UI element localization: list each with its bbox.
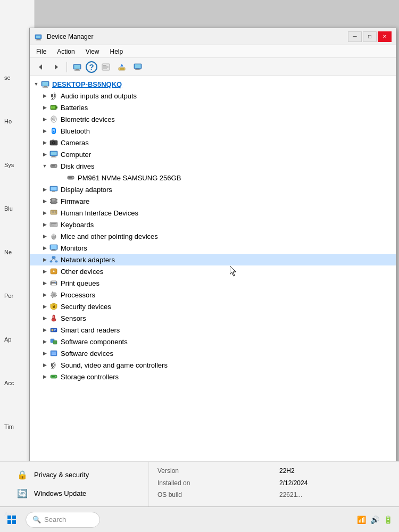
print-expand-arrow[interactable]: ▶ bbox=[40, 279, 49, 287]
sound-expand-arrow[interactable]: ▶ bbox=[40, 361, 49, 369]
bluetooth-expand-arrow[interactable]: ▶ bbox=[40, 127, 49, 135]
svg-rect-28 bbox=[51, 99, 54, 99]
back-button[interactable] bbox=[33, 60, 48, 74]
windows-update-nav[interactable]: 🔄 Windows Update bbox=[9, 486, 140, 501]
svg-point-131 bbox=[55, 376, 57, 378]
tree-item-computer[interactable]: ▶ Computer bbox=[30, 148, 396, 160]
menu-help[interactable]: Help bbox=[106, 47, 128, 56]
monitor-button[interactable] bbox=[130, 60, 145, 74]
display-expand-arrow[interactable]: ▶ bbox=[40, 185, 49, 194]
tree-item-softwarecomp[interactable]: ▶ Software components bbox=[30, 336, 396, 347]
smartcard-label: Smart card readers bbox=[61, 326, 120, 334]
tree-item-print[interactable]: ▶ Print queues bbox=[30, 277, 396, 289]
tree-item-keyboards[interactable]: ▶ Keyboards bbox=[30, 219, 396, 230]
tree-item-softwaredev[interactable]: ▶ Software devices bbox=[30, 347, 396, 359]
close-button[interactable]: ✕ bbox=[378, 31, 392, 42]
sensors-expand-arrow[interactable]: ▶ bbox=[40, 314, 49, 322]
menu-file[interactable]: File bbox=[32, 47, 51, 56]
tree-item-batteries[interactable]: ▶ Batteries bbox=[30, 102, 396, 113]
tree-item-firmware[interactable]: ▶ Firmware bbox=[30, 195, 396, 207]
svg-rect-1 bbox=[36, 36, 40, 38]
svg-rect-62 bbox=[56, 201, 57, 202]
svg-rect-93 bbox=[55, 261, 57, 262]
computer-expand-arrow[interactable]: ▶ bbox=[40, 150, 49, 159]
tree-item-monitors[interactable]: ▶ Monitors bbox=[30, 242, 396, 254]
svg-rect-77 bbox=[55, 223, 56, 225]
softwarecomp-label: Software components bbox=[61, 338, 128, 346]
hid-expand-arrow[interactable]: ▶ bbox=[40, 209, 49, 217]
tree-item-storage[interactable]: ▶ Storage controllers bbox=[30, 371, 396, 383]
biometric-label: Biometric devices bbox=[61, 115, 115, 123]
storage-expand-arrow[interactable]: ▶ bbox=[40, 372, 49, 381]
tree-item-bluetooth[interactable]: ▶ B Bluetooth bbox=[30, 125, 396, 137]
tree-item-audio[interactable]: ▶ Audio inputs and outputs bbox=[30, 90, 396, 102]
samsung-icon bbox=[66, 173, 76, 182]
diskdrives-expand-arrow[interactable]: ▼ bbox=[40, 162, 49, 170]
help-button[interactable]: ? bbox=[86, 61, 97, 73]
tree-item-processors[interactable]: ▶ Processors bbox=[30, 289, 396, 301]
svg-rect-63 bbox=[56, 202, 57, 203]
firmware-label: Firmware bbox=[61, 197, 89, 205]
tree-item-network[interactable]: ▶ Network adapters bbox=[30, 254, 396, 265]
svg-rect-20 bbox=[136, 69, 139, 70]
svg-rect-78 bbox=[56, 223, 57, 225]
device-manager-window: Device Manager ─ □ ✕ File Action View He… bbox=[29, 28, 396, 464]
privacy-security-nav[interactable]: 🔒 Privacy & security bbox=[9, 467, 140, 483]
svg-rect-52 bbox=[51, 187, 57, 190]
taskbar: 🔍 Search 📶 🔊 🔋 bbox=[0, 506, 399, 532]
toolbar-separator-1 bbox=[66, 62, 67, 72]
tree-item-cameras[interactable]: ▶ Cameras bbox=[30, 137, 396, 148]
svg-rect-59 bbox=[50, 201, 51, 202]
svg-rect-134 bbox=[7, 516, 11, 519]
svg-line-95 bbox=[54, 259, 56, 261]
diskdrives-label: Disk drives bbox=[61, 162, 95, 170]
os-build-value: 22621... bbox=[279, 491, 390, 501]
softwaredev-expand-arrow[interactable]: ▶ bbox=[40, 349, 49, 358]
start-button[interactable] bbox=[0, 507, 23, 533]
maximize-button[interactable]: □ bbox=[363, 31, 377, 42]
network-expand-arrow[interactable]: ▶ bbox=[40, 255, 49, 264]
smartcard-expand-arrow[interactable]: ▶ bbox=[40, 326, 49, 334]
forward-button[interactable] bbox=[49, 60, 64, 74]
tree-item-samsung[interactable]: PM961 NVMe SAMSUNG 256GB bbox=[30, 172, 396, 184]
taskbar-search-box[interactable]: 🔍 Search bbox=[26, 512, 100, 528]
tree-item-biometric[interactable]: ▶ Biometric devices bbox=[30, 113, 396, 125]
tree-item-security[interactable]: ▶ Security devices bbox=[30, 301, 396, 312]
other-expand-arrow[interactable]: ▶ bbox=[40, 267, 49, 276]
tree-item-hid[interactable]: ▶ Human Interface Devices bbox=[30, 207, 396, 219]
computer-button[interactable] bbox=[70, 60, 85, 74]
menu-view[interactable]: View bbox=[81, 47, 104, 56]
device-tree[interactable]: ▼ DESKTOP-BS5NQKQ ▶ bbox=[30, 76, 396, 463]
root-expand-arrow[interactable]: ▼ bbox=[32, 80, 40, 88]
minimize-button[interactable]: ─ bbox=[348, 31, 362, 42]
tree-root[interactable]: ▼ DESKTOP-BS5NQKQ bbox=[30, 78, 396, 90]
tree-item-mice[interactable]: ▶ Mice and other pointing devices bbox=[30, 230, 396, 242]
settings-nav: 🔒 Privacy & security 🔄 Windows Update bbox=[0, 462, 149, 506]
firmware-expand-arrow[interactable]: ▶ bbox=[40, 197, 49, 205]
monitors-label: Monitors bbox=[61, 244, 87, 252]
audio-expand-arrow[interactable]: ▶ bbox=[40, 92, 49, 100]
processors-expand-arrow[interactable]: ▶ bbox=[40, 290, 49, 299]
softwarecomp-expand-arrow[interactable]: ▶ bbox=[40, 337, 49, 346]
monitors-expand-arrow[interactable]: ▶ bbox=[40, 244, 49, 252]
biometric-icon bbox=[49, 114, 59, 124]
svg-marker-5 bbox=[55, 64, 58, 70]
tree-item-other[interactable]: ▶ Other devices bbox=[30, 265, 396, 277]
batteries-expand-arrow[interactable]: ▶ bbox=[40, 103, 49, 112]
smartcard-icon bbox=[49, 325, 59, 335]
keyboards-icon bbox=[49, 220, 59, 229]
tree-item-smartcard[interactable]: ▶ Smart card readers bbox=[30, 324, 396, 336]
tree-item-display[interactable]: ▶ Display adaptors bbox=[30, 184, 396, 195]
tree-item-sound[interactable]: ▶ Sound, video and game controllers bbox=[30, 359, 396, 371]
driver-update-button[interactable] bbox=[114, 60, 129, 74]
cameras-expand-arrow[interactable]: ▶ bbox=[40, 138, 49, 147]
keyboards-expand-arrow[interactable]: ▶ bbox=[40, 220, 49, 229]
tree-item-diskdrives[interactable]: ▼ Disk drives bbox=[30, 160, 396, 172]
svg-rect-82 bbox=[52, 225, 56, 226]
security-expand-arrow[interactable]: ▶ bbox=[40, 302, 49, 311]
menu-action[interactable]: Action bbox=[53, 47, 79, 56]
biometric-expand-arrow[interactable]: ▶ bbox=[40, 115, 49, 123]
mice-expand-arrow[interactable]: ▶ bbox=[40, 232, 49, 240]
tree-item-sensors[interactable]: ▶ Sensors bbox=[30, 312, 396, 324]
properties-button[interactable] bbox=[98, 60, 113, 74]
